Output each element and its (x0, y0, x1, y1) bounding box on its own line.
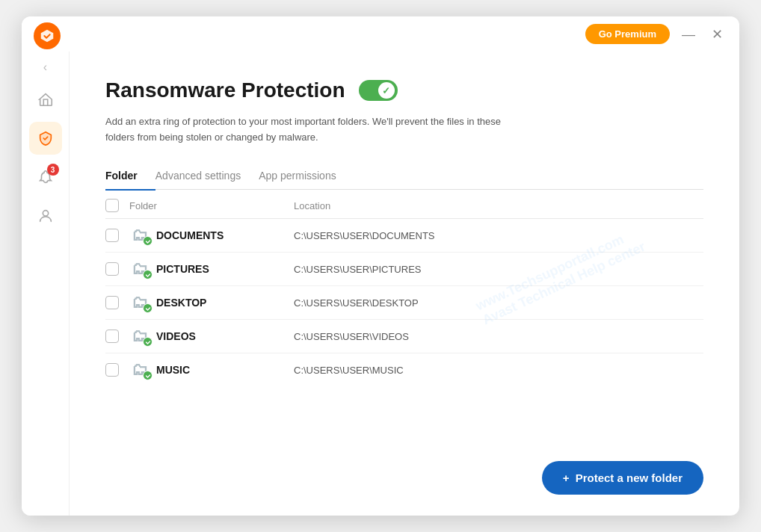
row-checkbox-desktop[interactable] (105, 296, 119, 309)
column-folder: Folder (129, 200, 294, 211)
sidebar-collapse-button[interactable]: ‹ (43, 61, 47, 74)
folder-name-pictures: 🗂 PICTURES (129, 260, 294, 278)
app-window: Go Premium — ✕ ‹ 3 www.Techs (22, 16, 739, 516)
folder-badge-videos (143, 337, 152, 347)
protection-toggle[interactable]: ✓ (359, 80, 398, 101)
sidebar-item-notifications[interactable]: 3 (29, 161, 62, 194)
svg-point-0 (43, 211, 48, 216)
folder-badge-documents (143, 236, 152, 246)
folder-icon-wrap-documents: 🗂 (129, 226, 150, 244)
folder-badge-pictures (143, 270, 152, 279)
protect-btn-label: Protect a new folder (576, 471, 683, 484)
folder-badge-music (143, 371, 152, 380)
title-bar-actions: Go Premium — ✕ (585, 24, 727, 44)
folder-badge-desktop (143, 303, 152, 313)
content-area: www.Techsupportall.comAvast Technical He… (70, 52, 739, 516)
table-header: Folder Location (105, 190, 703, 219)
sidebar: ‹ 3 (22, 52, 70, 516)
tab-advanced-settings[interactable]: Advanced settings (155, 164, 259, 191)
folder-name-desktop: 🗂 DESKTOP (129, 294, 294, 312)
table-row: 🗂 DOCUMENTS C:\USERS\USER\DOCUMENTS (105, 219, 703, 253)
page-title: Ransomware Protection (105, 78, 345, 102)
row-checkbox-documents[interactable] (105, 229, 119, 242)
column-location: Location (294, 200, 703, 211)
folder-icon-wrap-desktop: 🗂 (129, 294, 150, 312)
folder-location-videos: C:\USERS\USER\VIDEOS (294, 331, 703, 342)
folder-icon-wrap-videos: 🗂 (129, 327, 150, 345)
protect-btn-plus-icon: + (563, 471, 570, 484)
protect-new-folder-button[interactable]: + Protect a new folder (542, 461, 703, 495)
folder-name-music: 🗂 MUSIC (129, 361, 294, 379)
avast-logo (34, 22, 61, 49)
go-premium-button[interactable]: Go Premium (585, 24, 670, 44)
folder-location-pictures: C:\USERS\USER\PICTURES (294, 264, 703, 275)
table-row: 🗂 VIDEOS C:\USERS\USER\VIDEOS (105, 320, 703, 353)
table-row: 🗂 PICTURES C:\USERS\USER\PICTURES (105, 253, 703, 286)
toggle-check-icon: ✓ (382, 85, 390, 96)
folder-name-videos: 🗂 VIDEOS (129, 327, 294, 345)
sidebar-item-home[interactable] (29, 83, 62, 116)
close-button[interactable]: ✕ (707, 26, 727, 43)
folder-icon-wrap-pictures: 🗂 (129, 260, 150, 278)
table-row: 🗂 DESKTOP C:\USERS\USER\DESKTOP (105, 286, 703, 320)
notification-badge: 3 (47, 164, 59, 176)
folder-location-documents: C:\USERS\USER\DOCUMENTS (294, 230, 703, 241)
main-layout: ‹ 3 www.Techsupportall.comAvast Technica… (22, 52, 739, 516)
folder-location-desktop: C:\USERS\USER\DESKTOP (294, 297, 703, 309)
toggle-knob: ✓ (378, 82, 395, 99)
toggle-switch[interactable]: ✓ (359, 80, 398, 101)
row-checkbox-pictures[interactable] (105, 262, 119, 276)
select-all-checkbox[interactable] (105, 199, 119, 212)
tabs: Folder Advanced settings App permissions (105, 164, 703, 191)
folder-name-documents: 🗂 DOCUMENTS (129, 226, 294, 244)
table-row: 🗂 MUSIC C:\USERS\USER\MUSIC (105, 353, 703, 386)
title-bar: Go Premium — ✕ (22, 16, 739, 52)
sidebar-item-shield[interactable] (29, 122, 62, 155)
folder-location-music: C:\USERS\USER\MUSIC (294, 365, 703, 376)
bottom-bar: + Protect a new folder (105, 449, 703, 498)
row-checkbox-videos[interactable] (105, 330, 119, 343)
folder-icon-wrap-music: 🗂 (129, 361, 150, 379)
page-description: Add an extra ring of protection to your … (105, 114, 524, 146)
page-header: Ransomware Protection ✓ (105, 78, 703, 102)
tab-app-permissions[interactable]: App permissions (259, 164, 354, 191)
tab-folder[interactable]: Folder (105, 164, 155, 191)
sidebar-item-user[interactable] (29, 200, 62, 232)
row-checkbox-music[interactable] (105, 363, 119, 377)
minimize-button[interactable]: — (677, 26, 700, 43)
folder-table: Folder Location 🗂 DOCUMENTS (105, 190, 703, 449)
